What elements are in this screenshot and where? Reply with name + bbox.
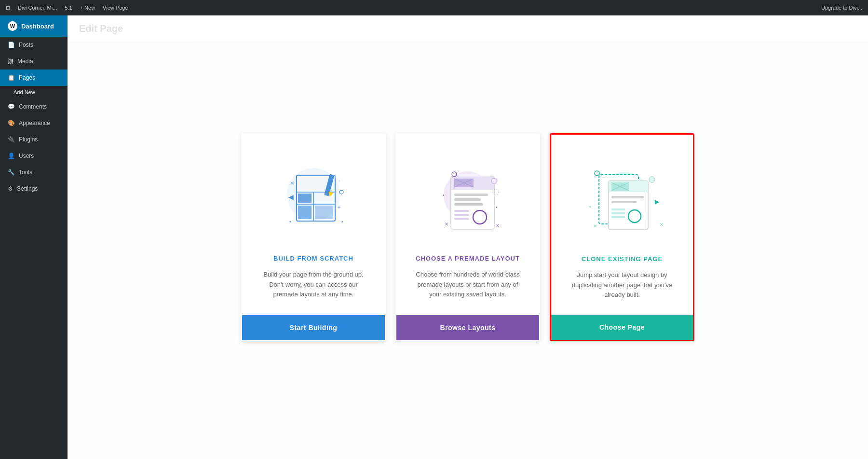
users-icon: 👤	[8, 153, 15, 159]
sidebar-logo[interactable]: W Dashboard	[0, 15, 68, 37]
card-scratch-desc: Build your page from the ground up. Don'…	[257, 270, 370, 300]
svg-rect-26	[454, 203, 483, 206]
pages-icon: 📋	[8, 74, 15, 81]
sidebar-item-tools[interactable]: 🔧 Tools	[0, 164, 68, 181]
card-clone-title: CLONE EXISTING PAGE	[582, 255, 663, 263]
svg-text:✕: ✕	[660, 222, 664, 227]
svg-rect-29	[454, 218, 469, 220]
scratch-illustration: ◀ + ✕ • • •	[265, 153, 362, 240]
sidebar-item-comments-label: Comments	[19, 103, 47, 110]
svg-text:•: •	[339, 178, 340, 183]
card-scratch: ◀ + ✕ • • • BUILD FROM SCRATCH Build you…	[241, 133, 386, 341]
admin-bar-wp-icon[interactable]: ⊞	[6, 5, 10, 11]
admin-bar-view[interactable]: View Page	[103, 5, 128, 11]
admin-bar-version: 5.1	[65, 5, 72, 11]
svg-point-32	[491, 178, 497, 184]
card-premade-footer: Browse Layouts	[396, 315, 539, 340]
posts-icon: 📄	[8, 42, 15, 48]
svg-rect-7	[315, 206, 333, 219]
sidebar-item-media[interactable]: 🖼 Media	[0, 53, 68, 70]
sidebar-item-pages[interactable]: 📋 Pages	[0, 70, 68, 86]
admin-bar-upgrade[interactable]: Upgrade to Divi...	[821, 5, 862, 11]
svg-rect-27	[454, 210, 469, 212]
start-building-button[interactable]: Start Building	[242, 315, 385, 340]
card-premade-body: • • ✕ ✕ CHOOSE A PREMADE LAYOUT Choose f…	[396, 134, 539, 315]
sidebar-item-appearance[interactable]: 🎨 Appearance	[0, 115, 68, 131]
sidebar-item-appearance-label: Appearance	[19, 120, 50, 126]
svg-point-53	[649, 177, 655, 182]
svg-text:•: •	[341, 219, 343, 224]
card-premade-desc: Choose from hundreds of world-class prem…	[411, 270, 525, 300]
sidebar-item-users[interactable]: 👤 Users	[0, 148, 68, 164]
media-icon: 🖼	[8, 58, 14, 65]
sidebar-sub-add-new-label: Add New	[14, 89, 35, 95]
svg-text:✕: ✕	[445, 222, 448, 227]
svg-text:•: •	[589, 204, 591, 209]
svg-text:•: •	[289, 219, 291, 224]
sidebar-sub-add-new[interactable]: Add New	[0, 86, 68, 98]
premade-illustration: • • ✕ ✕	[420, 153, 516, 240]
sidebar-item-tools-label: Tools	[19, 169, 32, 176]
svg-point-12	[339, 190, 343, 194]
svg-text:•: •	[443, 193, 445, 198]
content-area: Edit Page	[68, 15, 868, 459]
svg-text:+: +	[338, 205, 340, 210]
main-layout: W Dashboard 📄 Posts 🖼 Media 📋 Pages Add …	[0, 15, 868, 459]
svg-rect-5	[298, 194, 312, 203]
admin-bar: ⊞ Divi Corner, Mi... 5.1 + New View Page…	[0, 0, 868, 15]
browse-layouts-button[interactable]: Browse Layouts	[396, 315, 539, 340]
sidebar-logo-label: Dashboard	[21, 23, 54, 30]
svg-rect-46	[611, 196, 644, 198]
sidebar-item-posts[interactable]: 📄 Posts	[0, 37, 68, 53]
sidebar-item-plugins[interactable]: 🔌 Plugins	[0, 131, 68, 148]
card-clone: ▶ • ✕ ✕ CLONE EXISTING PAGE Jump start y…	[550, 133, 694, 341]
card-scratch-title: BUILD FROM SCRATCH	[273, 255, 353, 262]
svg-point-52	[595, 171, 599, 176]
card-scratch-body: ◀ + ✕ • • • BUILD FROM SCRATCH Build you…	[242, 134, 385, 315]
card-premade: • • ✕ ✕ CHOOSE A PREMADE LAYOUT Choose f…	[395, 133, 540, 341]
sidebar-item-users-label: Users	[19, 153, 34, 159]
svg-text:◀: ◀	[288, 193, 294, 201]
svg-rect-28	[454, 214, 469, 216]
svg-rect-6	[298, 206, 312, 219]
svg-text:▶: ▶	[655, 198, 660, 205]
card-clone-body: ▶ • ✕ ✕ CLONE EXISTING PAGE Jump start y…	[551, 135, 693, 315]
svg-rect-49	[611, 212, 625, 214]
modal-content: ◀ + ✕ • • • BUILD FROM SCRATCH Build you…	[231, 124, 704, 351]
clone-illustration: ▶ • ✕ ✕	[574, 154, 670, 241]
svg-rect-47	[611, 201, 637, 203]
wp-logo-icon: W	[8, 21, 17, 31]
svg-rect-25	[454, 198, 481, 201]
sidebar: W Dashboard 📄 Posts 🖼 Media 📋 Pages Add …	[0, 15, 68, 459]
sidebar-item-settings[interactable]: ⚙ Settings	[0, 181, 68, 197]
appearance-icon: 🎨	[8, 120, 15, 126]
svg-rect-24	[454, 194, 488, 196]
card-premade-title: CHOOSE A PREMADE LAYOUT	[416, 255, 520, 262]
comments-icon: 💬	[8, 103, 15, 110]
sidebar-item-media-label: Media	[17, 58, 33, 65]
settings-icon: ⚙	[8, 185, 13, 192]
sidebar-item-pages-label: Pages	[19, 74, 35, 81]
sidebar-item-settings-label: Settings	[17, 185, 38, 192]
modal-overlay: ◀ + ✕ • • • BUILD FROM SCRATCH Build you…	[68, 15, 868, 459]
svg-text:✕: ✕	[290, 181, 294, 186]
svg-rect-48	[611, 209, 625, 210]
card-clone-desc: Jump start your layout design by duplica…	[566, 270, 678, 300]
admin-bar-new[interactable]: + New	[80, 5, 95, 11]
sidebar-item-posts-label: Posts	[19, 42, 33, 48]
card-scratch-footer: Start Building	[242, 315, 385, 340]
card-clone-footer: Choose Page	[551, 315, 693, 340]
svg-text:✕: ✕	[496, 223, 500, 228]
sidebar-item-comments[interactable]: 💬 Comments	[0, 98, 68, 115]
choose-page-button[interactable]: Choose Page	[551, 315, 693, 340]
svg-rect-50	[611, 216, 625, 218]
tools-icon: 🔧	[8, 169, 15, 176]
admin-bar-site[interactable]: Divi Corner, Mi...	[18, 5, 57, 11]
plugins-icon: 🔌	[8, 136, 15, 143]
svg-text:✕: ✕	[593, 223, 597, 229]
sidebar-item-plugins-label: Plugins	[19, 136, 38, 143]
svg-text:•: •	[496, 205, 498, 210]
